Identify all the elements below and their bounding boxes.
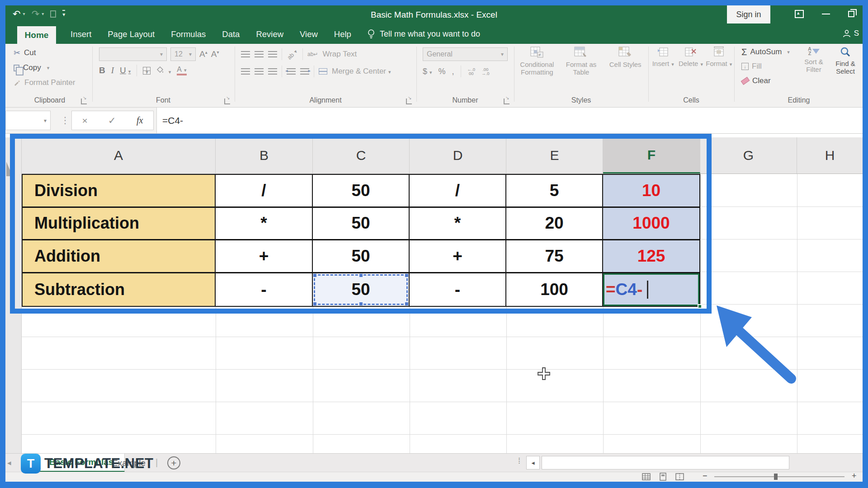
merge-center-label[interactable]: Merge & Center bbox=[332, 67, 391, 76]
decrease-decimal-icon[interactable]: .00 →.0 bbox=[481, 67, 489, 75]
orientation-icon[interactable] bbox=[286, 48, 298, 61]
cell-A1[interactable]: Division bbox=[23, 175, 216, 208]
tab-home[interactable]: Home bbox=[17, 26, 56, 44]
font-size-combo[interactable]: 12▾ bbox=[170, 47, 196, 61]
conditional-formatting-button[interactable]: ≠ Conditional Formatting bbox=[515, 47, 559, 76]
zoom-slider-track[interactable] bbox=[714, 476, 844, 477]
cut-button[interactable]: ✂ Cut bbox=[14, 47, 75, 58]
delete-cells-button[interactable]: Delete bbox=[677, 47, 704, 68]
scrollbar-resize-dots-icon[interactable]: ⁞ bbox=[518, 456, 521, 466]
sort-filter-button[interactable]: AZ Sort & Filter bbox=[799, 47, 828, 75]
wrap-text-icon[interactable] bbox=[307, 51, 318, 57]
fill-color-button[interactable] bbox=[156, 66, 171, 75]
find-select-button[interactable]: Find & Select bbox=[831, 47, 860, 75]
new-sheet-button[interactable]: + bbox=[167, 456, 180, 469]
name-box[interactable]: ▾ bbox=[5, 111, 51, 130]
cell-E1[interactable]: 5 bbox=[506, 175, 603, 208]
align-bottom-icon[interactable] bbox=[268, 51, 277, 52]
cell-B1[interactable]: / bbox=[216, 175, 313, 208]
increase-decimal-icon[interactable]: ←.0 00 bbox=[467, 67, 475, 75]
tab-view[interactable]: View bbox=[292, 29, 326, 39]
cell-D2[interactable]: * bbox=[410, 208, 506, 241]
page-break-view-icon[interactable] bbox=[675, 473, 684, 481]
cell-E3[interactable]: 75 bbox=[506, 240, 603, 273]
cell-D4[interactable]: - bbox=[410, 273, 506, 306]
fill-button[interactable]: ↓ Fill bbox=[741, 61, 790, 72]
underline-button[interactable]: U bbox=[120, 66, 131, 75]
cell-B2[interactable]: * bbox=[216, 208, 313, 241]
align-center-icon[interactable] bbox=[255, 68, 264, 69]
cell-A3[interactable]: Addition bbox=[23, 240, 216, 273]
cancel-formula-icon[interactable]: × bbox=[82, 115, 88, 126]
minimize-icon[interactable] bbox=[822, 14, 830, 14]
borders-button[interactable] bbox=[143, 67, 151, 75]
column-header-h[interactable]: H bbox=[797, 137, 863, 174]
merge-center-icon[interactable] bbox=[319, 68, 327, 75]
italic-button[interactable]: I bbox=[111, 66, 114, 75]
cell-F4-editing[interactable]: =C4- bbox=[603, 273, 699, 306]
wrap-text-label[interactable]: Wrap Text bbox=[322, 50, 357, 59]
percent-format-button[interactable]: % bbox=[439, 67, 446, 76]
number-format-combo[interactable]: General▾ bbox=[423, 47, 508, 61]
hscroll-thumb[interactable] bbox=[542, 456, 789, 469]
bold-button[interactable]: B bbox=[99, 66, 105, 75]
tab-help[interactable]: Help bbox=[326, 29, 359, 39]
align-middle-icon[interactable] bbox=[255, 51, 264, 52]
shrink-font-button[interactable]: A▾ bbox=[211, 49, 219, 59]
enter-formula-icon[interactable]: ✓ bbox=[108, 115, 116, 126]
font-color-button[interactable]: A bbox=[177, 66, 186, 75]
column-header-e[interactable]: E bbox=[506, 137, 603, 174]
decrease-indent-icon[interactable] bbox=[287, 68, 296, 69]
clear-button[interactable]: Clear bbox=[741, 75, 790, 86]
restore-window-icon[interactable] bbox=[848, 11, 854, 17]
insert-cells-button[interactable]: Insert bbox=[650, 47, 677, 68]
column-header-g[interactable]: G bbox=[700, 137, 797, 174]
tab-insert[interactable]: Insert bbox=[62, 29, 99, 39]
ribbon-display-options-icon[interactable] bbox=[795, 10, 804, 18]
increase-indent-icon[interactable] bbox=[300, 68, 309, 69]
alignment-dialog-launcher-icon[interactable] bbox=[406, 99, 412, 104]
align-left-icon[interactable] bbox=[241, 68, 250, 69]
normal-view-icon[interactable] bbox=[642, 473, 651, 481]
cell-C3[interactable]: 50 bbox=[313, 240, 410, 273]
format-cells-button[interactable]: Format bbox=[705, 47, 733, 68]
cell-D1[interactable]: / bbox=[410, 175, 506, 208]
cell-C4-referenced[interactable]: 50 bbox=[313, 273, 410, 306]
copy-button[interactable]: Copy bbox=[14, 62, 75, 73]
cell-C1[interactable]: 50 bbox=[313, 175, 410, 208]
font-dialog-launcher-icon[interactable] bbox=[224, 99, 230, 104]
cell-E4[interactable]: 100 bbox=[506, 273, 603, 306]
tab-data[interactable]: Data bbox=[214, 29, 248, 39]
share-control[interactable]: S bbox=[842, 29, 859, 38]
comma-format-button[interactable]: , bbox=[452, 67, 454, 76]
insert-function-icon[interactable]: fx bbox=[137, 115, 143, 126]
formula-input[interactable]: =C4- bbox=[156, 108, 863, 133]
tab-formulas[interactable]: Formulas bbox=[163, 29, 214, 39]
cell-F1[interactable]: 10 bbox=[603, 175, 699, 208]
column-header-d[interactable]: D bbox=[410, 137, 506, 174]
cell-C2[interactable]: 50 bbox=[313, 208, 410, 241]
tab-page-layout[interactable]: Page Layout bbox=[99, 29, 163, 39]
format-as-table-button[interactable]: Format as Table bbox=[559, 47, 603, 76]
sign-in-button[interactable]: Sign in bbox=[727, 5, 770, 23]
column-header-b[interactable]: B bbox=[216, 137, 313, 174]
tab-review[interactable]: Review bbox=[248, 29, 292, 39]
cell-F2[interactable]: 1000 bbox=[603, 208, 699, 241]
column-header-a[interactable]: A bbox=[22, 137, 216, 174]
formula-bar-resize-dots-icon[interactable]: ⋮ bbox=[61, 115, 70, 126]
hscroll-left-arrow[interactable]: ◂ bbox=[526, 456, 540, 469]
cell-B3[interactable]: + bbox=[216, 240, 313, 273]
cell-D3[interactable]: + bbox=[410, 240, 506, 273]
cell-B4[interactable]: - bbox=[216, 273, 313, 306]
zoom-slider-handle[interactable] bbox=[774, 474, 778, 480]
autosum-button[interactable]: Σ AutoSum bbox=[741, 47, 790, 57]
column-header-c[interactable]: C bbox=[313, 137, 410, 174]
column-header-f-selected[interactable]: F bbox=[603, 137, 700, 174]
page-layout-view-icon[interactable] bbox=[659, 473, 667, 481]
fill-handle[interactable] bbox=[698, 304, 702, 309]
currency-format-button[interactable]: $ bbox=[423, 67, 432, 76]
grow-font-button[interactable]: A▴ bbox=[199, 49, 208, 59]
sheet-nav-left-icon[interactable]: ◂ bbox=[7, 458, 11, 468]
format-painter-button[interactable]: Format Painter bbox=[14, 77, 75, 88]
clipboard-dialog-launcher-icon[interactable] bbox=[81, 99, 87, 104]
